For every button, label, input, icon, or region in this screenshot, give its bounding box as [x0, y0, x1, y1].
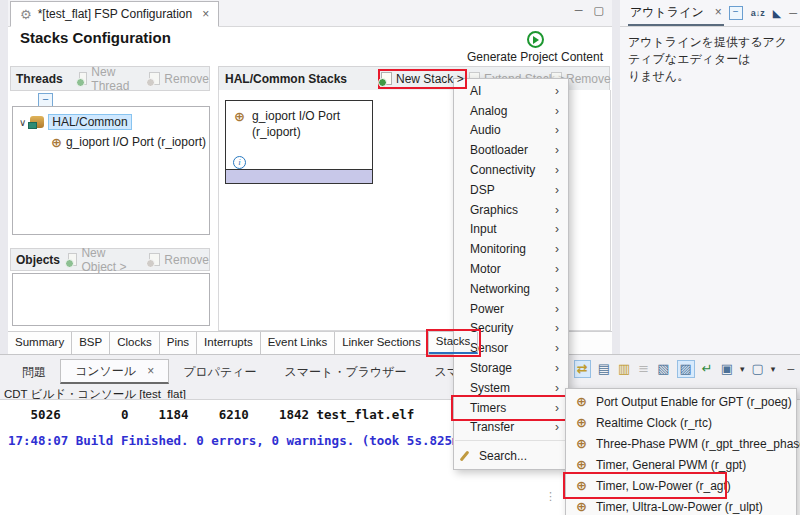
open-console-icon[interactable]: ▣ — [720, 361, 734, 377]
dropdown-icon[interactable]: ▾ — [771, 364, 776, 374]
new-object-label: New Object > — [81, 246, 141, 274]
new-stack-label: New Stack > — [396, 72, 464, 86]
tab-fsp-configuration[interactable]: ⚙ *[test_flat] FSP Configuration × — [10, 1, 219, 27]
tab-smart-browser[interactable]: スマート・ブラウザー — [271, 360, 421, 384]
menu-item-graphics[interactable]: Graphics — [454, 200, 568, 220]
g-ioport-label: g_ioport I/O Port (r_ioport) — [66, 135, 206, 149]
tab-interrupts[interactable]: Interrupts — [197, 332, 261, 354]
menu-item-search[interactable]: Search... — [454, 444, 568, 467]
module-icon: ⊕ — [234, 110, 245, 123]
remove-object-button[interactable]: Remove — [149, 253, 209, 267]
tree-row-hal-common[interactable]: ∨ HAL/Common — [19, 114, 132, 130]
card-title: g_ioport I/O Port — [252, 109, 340, 123]
pin-console-icon[interactable]: ▨ — [677, 360, 695, 378]
word-wrap-icon[interactable]: ≡ — [637, 361, 650, 377]
new-stack-button[interactable]: New Stack > — [381, 72, 464, 86]
dropdown-icon[interactable]: ▾ — [740, 364, 745, 374]
new-object-button[interactable]: New Object > — [68, 246, 141, 274]
timers-submenu: ⊕Port Output Enable for GPT (r_poeg) ⊕Re… — [565, 388, 797, 515]
hal-common-label: HAL/Common — [48, 114, 131, 130]
menu-item-analog[interactable]: Analog — [454, 101, 568, 121]
card-footer-strip — [226, 169, 372, 183]
menu-item-power[interactable]: Power — [454, 299, 568, 319]
submenu-item-rtc[interactable]: ⊕Realtime Clock (r_rtc) — [566, 412, 796, 433]
new-stack-menu: AI Analog Audio Bootloader Connectivity … — [453, 78, 569, 470]
focus-icon[interactable]: ◣ — [773, 7, 781, 20]
menu-item-ai[interactable]: AI — [454, 81, 568, 101]
console-build-line: 17:48:07 Build Finished. 0 errors, 0 war… — [8, 433, 475, 448]
close-icon[interactable]: × — [202, 7, 209, 21]
tab-bsp[interactable]: BSP — [72, 332, 110, 354]
editor-window-controls: ─ ▢ — [575, 4, 604, 17]
card-subtitle: (r_ioport) — [252, 125, 301, 139]
submenu-item-gpt-three-phase[interactable]: ⊕Three-Phase PWM (r_gpt_three_phase) — [566, 433, 796, 454]
tab-outline[interactable]: アウトライン × — [628, 0, 724, 26]
submenu-item-gpt[interactable]: ⊕Timer, General PWM (r_gpt) — [566, 454, 796, 475]
tab-properties[interactable]: プロパティー — [169, 360, 270, 384]
generate-label: Generate Project Content — [460, 50, 610, 64]
gear-icon: ⚙ — [20, 8, 32, 21]
new-item-icon — [381, 72, 392, 85]
tab-summary[interactable]: Summary — [8, 332, 72, 354]
submenu-item-poeg[interactable]: ⊕Port Output Enable for GPT (r_poeg) — [566, 391, 796, 412]
scroll-lock-icon[interactable]: ⇄ — [574, 360, 591, 378]
module-icon: ⊕ — [51, 136, 62, 149]
menu-item-storage[interactable]: Storage — [454, 358, 568, 378]
collapse-all-icon[interactable]: − — [729, 6, 743, 20]
threads-header: Threads New Thread Remove — [10, 66, 210, 91]
tab-stacks[interactable]: Stacks — [429, 332, 479, 354]
tab-event-links[interactable]: Event Links — [261, 332, 335, 354]
module-icon: ⊕ — [576, 437, 587, 450]
menu-item-motor[interactable]: Motor — [454, 259, 568, 279]
console-toolbar: ↑ ⇄ ▤ ▥ ≡ ▧ ▨ ↵ ▣ ▾ ▢ ▾ ─ — [555, 360, 794, 378]
tab-pins[interactable]: Pins — [160, 332, 197, 354]
menu-item-audio[interactable]: Audio — [454, 121, 568, 141]
editor-tab-title: *[test_flat] FSP Configuration — [38, 7, 193, 21]
threads-label: Threads — [16, 72, 63, 86]
submenu-item-ulpt[interactable]: ⊕Timer, Ultra-Low-Power (r_ulpt) — [566, 496, 796, 515]
search-label: Search... — [479, 449, 527, 463]
minimize-icon[interactable]: ─ — [789, 7, 797, 19]
hal-common-icon — [30, 116, 44, 128]
module-icon: ⊕ — [576, 395, 587, 408]
sort-az-icon[interactable]: a↓z — [751, 8, 765, 18]
tab-linker-sections[interactable]: Linker Sections — [335, 332, 429, 354]
menu-item-bootloader[interactable]: Bootloader — [454, 140, 568, 160]
menu-item-timers[interactable]: Timers — [454, 398, 568, 418]
display-selected-console-icon[interactable]: ↵ — [701, 361, 714, 377]
objects-list[interactable] — [12, 273, 210, 326]
generate-project-content[interactable]: Generate Project Content — [460, 31, 610, 64]
module-icon: ⊕ — [576, 500, 587, 513]
menu-item-dsp[interactable]: DSP — [454, 180, 568, 200]
remove-object-label: Remove — [164, 253, 209, 267]
lock-console-icon[interactable]: ▥ — [617, 361, 631, 377]
show-console-output-icon[interactable]: ▤ — [597, 361, 611, 377]
tree-row-g-ioport[interactable]: ⊕ g_ioport I/O Port (r_ioport) — [51, 135, 206, 149]
clear-console-icon[interactable]: ▧ — [656, 361, 670, 377]
drag-handle-icon[interactable]: ⋮ — [545, 490, 557, 503]
stacks-panel-label: HAL/Common Stacks — [225, 72, 347, 86]
maximize-icon[interactable]: ▢ — [594, 4, 604, 17]
tab-problems[interactable]: 問題 — [8, 360, 60, 384]
tab-clocks[interactable]: Clocks — [110, 332, 160, 354]
new-thread-button[interactable]: New Thread — [79, 65, 140, 93]
menu-item-system[interactable]: System — [454, 378, 568, 398]
close-icon[interactable]: × — [715, 5, 722, 19]
info-icon[interactable]: i — [233, 156, 246, 169]
close-icon[interactable]: × — [147, 360, 154, 382]
minimize-icon[interactable]: ─ — [575, 4, 583, 17]
menu-item-input[interactable]: Input — [454, 220, 568, 240]
menu-item-connectivity[interactable]: Connectivity — [454, 160, 568, 180]
remove-thread-button[interactable]: Remove — [149, 72, 209, 86]
chevron-down-icon[interactable]: ∨ — [19, 117, 26, 128]
menu-item-networking[interactable]: Networking — [454, 279, 568, 299]
menu-item-monitoring[interactable]: Monitoring — [454, 239, 568, 259]
outline-tab-label: アウトライン — [630, 4, 704, 21]
g-ioport-stack-card[interactable]: ⊕ g_ioport I/O Port (r_ioport) i — [225, 100, 373, 184]
tab-console[interactable]: コンソール × — [60, 359, 169, 384]
new-console-view-icon[interactable]: ▢ — [751, 361, 765, 377]
submenu-item-agt[interactable]: ⊕Timer, Low-Power (r_agt) — [566, 475, 724, 496]
module-icon: ⊕ — [576, 416, 587, 429]
minimize-icon[interactable]: ─ — [787, 363, 794, 376]
menu-item-transfer[interactable]: Transfer — [454, 418, 568, 438]
